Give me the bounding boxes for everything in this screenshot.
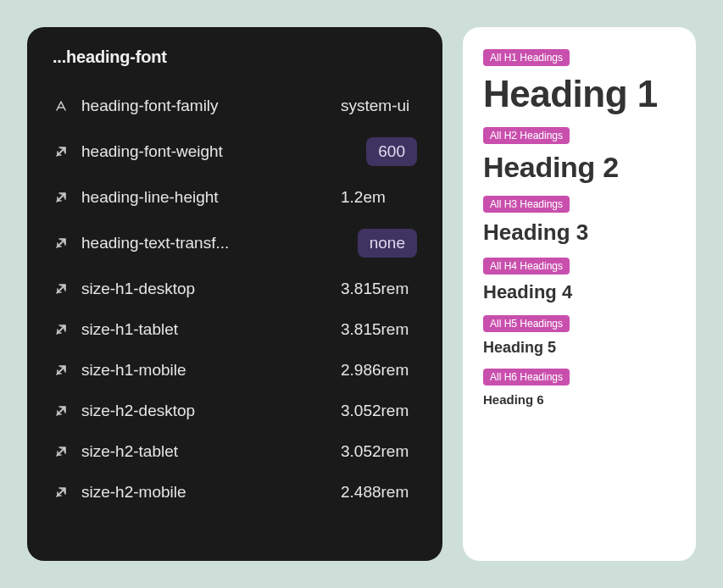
heading-tag[interactable]: All H6 Headings [483,369,570,386]
property-value[interactable]: system-ui [341,97,417,115]
property-label: size-h2-desktop [81,402,341,420]
property-value[interactable]: 3.052rem [341,442,417,461]
arrow-icon [53,484,70,501]
heading-preview-group: All H5 HeadingsHeading 5 [483,315,676,357]
arrow-icon [53,321,70,338]
heading-preview-group: All H2 HeadingsHeading 2 [483,127,676,184]
property-row[interactable]: size-h1-desktop3.815rem [53,269,417,309]
property-row[interactable]: size-h1-mobile2.986rem [53,350,417,391]
heading-tag[interactable]: All H3 Headings [483,196,570,213]
heading-preview-group: All H6 HeadingsHeading 6 [483,369,676,407]
property-row[interactable]: size-h1-tablet3.815rem [53,309,417,350]
heading-sample: Heading 6 [483,392,676,407]
heading-preview-group: All H4 HeadingsHeading 4 [483,258,676,303]
property-label: heading-line-height [81,188,341,207]
property-label: size-h1-tablet [81,320,341,339]
property-label: size-h2-mobile [81,483,341,502]
properties-list: heading-font-familysystem-uiheading-font… [53,86,417,513]
heading-preview-group: All H3 HeadingsHeading 3 [483,196,676,246]
panel-title: ...heading-font [53,47,417,67]
heading-sample: Heading 2 [483,151,676,184]
heading-tag[interactable]: All H5 Headings [483,315,570,332]
property-label: size-h1-desktop [81,280,341,298]
property-value[interactable]: 2.986rem [341,361,417,380]
arrow-icon [53,362,70,379]
font-icon [53,97,70,114]
property-row[interactable]: heading-font-weight600 [53,126,417,177]
arrow-icon [53,280,70,297]
property-value[interactable]: 3.815rem [341,320,417,339]
heading-sample: Heading 1 [483,73,676,115]
arrow-icon [53,143,70,160]
property-row[interactable]: heading-line-height1.2em [53,177,417,218]
properties-panel: ...heading-font heading-font-familysyste… [27,27,442,561]
property-label: heading-font-weight [81,142,366,161]
property-row[interactable]: heading-text-transf...none [53,218,417,269]
heading-tag[interactable]: All H4 Headings [483,258,570,275]
property-label: size-h1-mobile [81,361,341,380]
arrow-icon [53,443,70,460]
property-row[interactable]: size-h2-desktop3.052rem [53,391,417,431]
heading-preview-group: All H1 HeadingsHeading 1 [483,49,676,115]
property-row[interactable]: size-h2-tablet3.052rem [53,431,417,472]
property-label: heading-font-family [81,97,341,115]
property-value[interactable]: 1.2em [341,188,417,207]
heading-sample: Heading 5 [483,339,676,357]
heading-tag[interactable]: All H2 Headings [483,127,570,144]
heading-tag[interactable]: All H1 Headings [483,49,570,66]
property-row[interactable]: size-h2-mobile2.488rem [53,472,417,513]
property-value[interactable]: 3.815rem [341,280,417,298]
arrow-icon [53,189,70,206]
property-row[interactable]: heading-font-familysystem-ui [53,86,417,126]
property-value[interactable]: 2.488rem [341,483,417,502]
property-label: size-h2-tablet [81,442,341,461]
arrow-icon [53,402,70,419]
arrow-icon [53,235,70,252]
property-label: heading-text-transf... [81,234,358,252]
property-value[interactable]: none [358,229,417,258]
property-value[interactable]: 3.052rem [341,402,417,420]
heading-sample: Heading 3 [483,219,676,246]
preview-panel: All H1 HeadingsHeading 1All H2 HeadingsH… [463,27,696,561]
property-value[interactable]: 600 [366,137,417,166]
heading-sample: Heading 4 [483,281,676,303]
